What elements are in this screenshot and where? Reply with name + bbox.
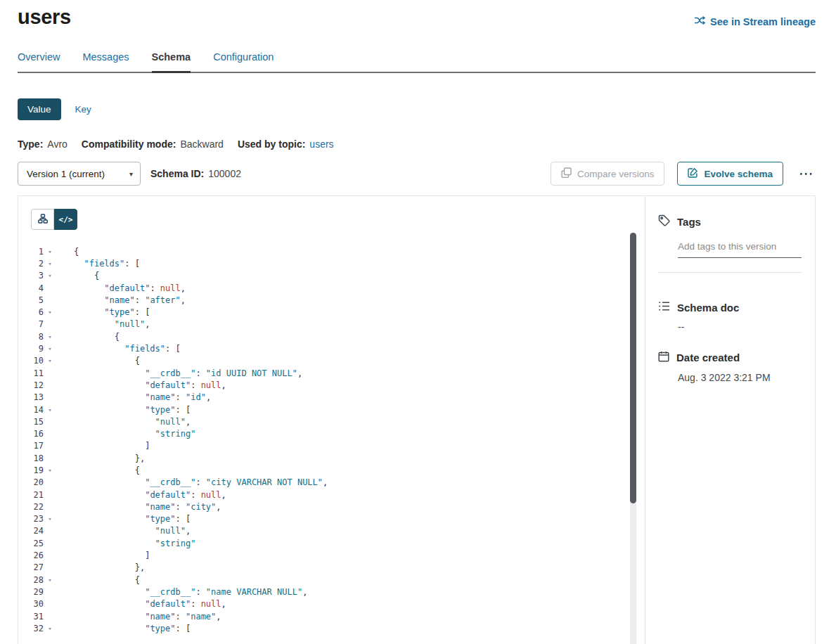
line-number: 26 <box>18 550 44 560</box>
tag-icon <box>658 214 670 228</box>
fold-toggle-icon[interactable]: ▾ <box>44 248 56 255</box>
code-line: 10▾ { <box>18 355 645 367</box>
fold-toggle-icon[interactable]: ▾ <box>44 333 56 340</box>
code-line: 2▾ "fields": [ <box>18 257 645 269</box>
code-text: "name": "name", <box>56 612 221 622</box>
meta-type: Type: Avro <box>18 139 67 150</box>
code-line: 26 ] <box>18 549 645 561</box>
stream-lineage-link[interactable]: See in Stream lineage <box>694 15 816 27</box>
line-number: 20 <box>18 477 44 487</box>
code-line: 14▾ "type": [ <box>18 404 645 416</box>
line-number: 3 <box>18 271 44 281</box>
line-number: 13 <box>18 392 44 402</box>
main-tabs: Overview Messages Schema Configuration <box>18 51 816 73</box>
line-number: 18 <box>18 453 44 463</box>
scrollbar-thumb[interactable] <box>630 233 636 503</box>
code-text: "name": "after", <box>56 295 186 305</box>
code-editor: 1▾{2▾ "fields": [3▾ {4 "default": null,5… <box>18 245 645 635</box>
tree-view-button[interactable] <box>31 209 54 230</box>
code-line: 28▾ { <box>18 574 645 586</box>
code-line: 15 "null", <box>18 416 645 427</box>
code-line: 30 "default": null, <box>18 598 645 610</box>
line-number: 24 <box>18 526 44 536</box>
fold-toggle-icon[interactable]: ▾ <box>44 406 56 413</box>
code-text: "__crdb__": "name VARCHAR NULL", <box>56 587 307 597</box>
date-created-value: Aug. 3 2022 3:21 PM <box>678 372 802 383</box>
line-number: 7 <box>18 319 44 329</box>
tags-title: Tags <box>677 216 701 228</box>
sidebar-divider <box>658 272 802 273</box>
code-text: "type": [ <box>56 307 150 317</box>
code-line: 19▾ { <box>18 464 645 476</box>
line-number: 15 <box>18 417 44 427</box>
code-text: { <box>56 575 140 585</box>
compare-versions-label: Compare versions <box>577 169 655 179</box>
code-lines: 1▾{2▾ "fields": [3▾ {4 "default": null,5… <box>18 245 645 635</box>
version-select[interactable]: Version 1 (current) ▾ <box>18 162 141 186</box>
meta-topic-link[interactable]: users <box>309 139 333 150</box>
fold-toggle-icon[interactable]: ▾ <box>44 272 56 279</box>
tab-messages[interactable]: Messages <box>82 51 129 73</box>
date-created-header: Date created <box>658 351 802 364</box>
code-view-button[interactable]: </> <box>54 209 77 230</box>
schema-meta: Type: Avro Compatibility mode: Backward … <box>18 139 816 150</box>
code-line: 9▾ "fields": [ <box>18 342 645 354</box>
schema-editor: </> 1▾{2▾ "fields": [3▾ {4 "default": nu… <box>18 196 645 644</box>
tags-input[interactable] <box>678 240 802 258</box>
line-number: 25 <box>18 539 44 548</box>
code-text: "__crdb__": "city VARCHAR NOT NULL", <box>56 477 328 487</box>
line-number: 11 <box>18 368 44 378</box>
chevron-down-icon: ▾ <box>129 170 133 178</box>
meta-type-label: Type: <box>18 139 43 150</box>
code-text: "default": null, <box>56 380 226 390</box>
tab-overview[interactable]: Overview <box>18 51 60 73</box>
code-line: 22 "name": "city", <box>18 501 645 513</box>
line-number: 32 <box>18 624 44 633</box>
code-line: 5 "name": "after", <box>18 294 645 306</box>
meta-compatibility-label: Compatibility mode: <box>82 139 176 150</box>
code-line: 20 "__crdb__": "city VARCHAR NOT NULL", <box>18 477 645 489</box>
fold-toggle-icon[interactable]: ▾ <box>44 577 56 584</box>
subtab-key[interactable]: Key <box>68 98 98 120</box>
fold-toggle-icon[interactable]: ▾ <box>44 625 56 632</box>
editor-scrollbar[interactable] <box>630 233 636 644</box>
code-text: { <box>56 271 99 281</box>
more-actions-button[interactable]: ⋯ <box>797 167 816 180</box>
fold-toggle-icon[interactable]: ▾ <box>44 357 56 364</box>
tab-schema[interactable]: Schema <box>152 51 191 73</box>
calendar-icon <box>658 351 669 364</box>
line-number: 14 <box>18 405 44 415</box>
line-number: 19 <box>18 465 44 475</box>
date-created-section: Date created Aug. 3 2022 3:21 PM <box>645 344 815 383</box>
code-line: 29 "__crdb__": "name VARCHAR NULL", <box>18 586 645 598</box>
code-line: 21 "default": null, <box>18 489 645 501</box>
fold-toggle-icon[interactable]: ▾ <box>44 260 56 267</box>
code-line: 11 "__crdb__": "id UUID NOT NULL", <box>18 367 645 379</box>
code-line: 1▾{ <box>18 245 645 257</box>
fold-toggle-icon[interactable]: ▾ <box>44 515 56 522</box>
code-text: "name": "city", <box>56 502 221 512</box>
code-text: { <box>56 465 140 475</box>
editor-view-toggle: </> <box>31 209 77 230</box>
evolve-schema-button[interactable]: Evolve schema <box>677 162 783 186</box>
code-line: 23▾ "type": [ <box>18 513 645 525</box>
line-number: 21 <box>18 490 44 500</box>
line-number: 29 <box>18 587 44 597</box>
meta-topic: Used by topic: users <box>238 139 334 150</box>
evolve-schema-label: Evolve schema <box>704 169 773 179</box>
code-line: 31 "name": "name", <box>18 610 645 622</box>
line-number: 17 <box>18 441 44 451</box>
stream-lineage-label: See in Stream lineage <box>710 16 816 27</box>
code-line: 7 "null", <box>18 318 645 330</box>
tab-configuration[interactable]: Configuration <box>213 51 274 73</box>
code-text: "null", <box>56 319 150 329</box>
fold-toggle-icon[interactable]: ▾ <box>44 309 56 316</box>
line-number: 27 <box>18 562 44 572</box>
code-text: "null", <box>56 417 191 427</box>
compare-versions-button[interactable]: Compare versions <box>551 162 665 186</box>
fold-toggle-icon[interactable]: ▾ <box>44 467 56 474</box>
code-text: "string" <box>56 539 195 548</box>
fold-toggle-icon[interactable]: ▾ <box>44 345 56 352</box>
subtab-value[interactable]: Value <box>18 98 61 120</box>
code-text: { <box>56 356 140 366</box>
